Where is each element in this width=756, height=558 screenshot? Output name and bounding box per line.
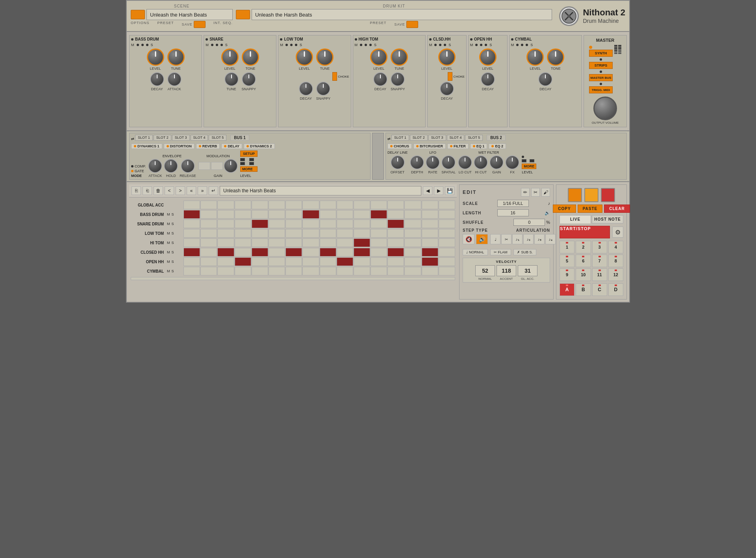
seq-next-btn[interactable]: > — [176, 186, 185, 195]
bus2-swap-icon[interactable]: ⇄ — [387, 137, 391, 141]
snare-tune-knob[interactable] — [224, 72, 239, 86]
lt-cell-4[interactable] — [252, 229, 268, 238]
seq-save-btn[interactable]: 💾 — [445, 186, 454, 195]
ht-cell-12[interactable] — [387, 238, 404, 247]
cy-cell-7[interactable] — [302, 267, 319, 275]
seq-closedhh-s[interactable]: S — [172, 250, 174, 254]
seq-bassdrum-m[interactable]: M — [167, 212, 170, 216]
oh-cell-1[interactable] — [200, 257, 217, 266]
bd-cell-15[interactable] — [439, 210, 455, 219]
seq-paste-btn[interactable]: ⎗ — [143, 186, 152, 195]
lt-cell-1[interactable] — [200, 229, 217, 238]
lt-cell-13[interactable] — [404, 229, 421, 238]
cell-13[interactable] — [404, 201, 421, 209]
lowtom-snappy-knob[interactable] — [316, 82, 330, 96]
lt-cell-0[interactable] — [183, 229, 200, 238]
bitcrusher-chip[interactable]: BITCRUSHER — [413, 143, 446, 149]
oh-cell-7[interactable] — [302, 257, 319, 266]
shuffle-value[interactable]: 0 — [513, 219, 545, 226]
edit-eraser-btn[interactable]: ✂ — [531, 188, 540, 197]
sd-cell-15[interactable] — [439, 219, 455, 228]
num-btn-2[interactable]: 2 — [576, 241, 591, 253]
bd-cell-14[interactable] — [422, 210, 438, 219]
bd-cell-10[interactable] — [354, 210, 370, 219]
sd-cell-1[interactable] — [200, 219, 217, 228]
sd-cell-3[interactable] — [235, 219, 251, 228]
bus1-slot4-tab[interactable]: SLOT 4 — [191, 135, 208, 141]
num-btn-6[interactable]: 6 — [576, 255, 591, 267]
cell-14[interactable] — [422, 201, 438, 209]
subs-btn[interactable]: ✗ SUB S. — [513, 249, 537, 255]
lt-cell-10[interactable] — [354, 229, 370, 238]
ht-cell-1[interactable] — [200, 238, 217, 247]
dynamics2-chip[interactable]: DYNAMICS 2 — [244, 143, 275, 149]
drumkit-save-btn[interactable] — [406, 21, 418, 28]
ht-cell-14[interactable] — [422, 238, 438, 247]
hightom-decay-knob[interactable] — [373, 72, 387, 86]
seq-closedhh-m[interactable]: M — [167, 250, 170, 254]
output-volume-knob[interactable] — [593, 97, 617, 120]
seq-snaredrum-s[interactable]: S — [172, 222, 174, 226]
snare-tone-knob[interactable] — [242, 48, 259, 66]
eq1-chip[interactable]: EQ 1 — [470, 143, 487, 149]
seq-cymbal-m[interactable]: M — [167, 269, 170, 273]
lt-cell-8[interactable] — [320, 229, 336, 238]
oh-cell-6[interactable] — [285, 257, 302, 266]
bd-cell-0[interactable] — [183, 210, 200, 219]
cy-cell-0[interactable] — [183, 267, 200, 275]
ch-cell-4[interactable] — [252, 248, 268, 257]
bassdrum-tune-knob[interactable] — [167, 48, 185, 66]
seq-lowtom-s[interactable]: S — [172, 231, 174, 235]
snare-snappy-knob[interactable] — [242, 72, 256, 86]
cell-12[interactable] — [387, 201, 404, 209]
seq-openhh-s[interactable]: S — [172, 260, 174, 264]
lowtom-tune-knob[interactable] — [316, 48, 334, 66]
cy-cell-15[interactable] — [439, 267, 455, 275]
ht-cell-9[interactable] — [337, 238, 353, 247]
bus2-gain-knob[interactable] — [489, 155, 504, 169]
oh-cell-3[interactable] — [235, 257, 251, 266]
cell-9[interactable] — [337, 201, 353, 209]
drumkit-save-label[interactable]: SAVE — [395, 21, 418, 28]
num-btn-10[interactable]: 10 — [576, 268, 591, 281]
ch-cell-7[interactable] — [302, 248, 319, 257]
lt-cell-5[interactable] — [269, 229, 285, 238]
copy-btn[interactable]: COPY — [553, 205, 576, 213]
oh-cell-0[interactable] — [183, 257, 200, 266]
bassdrum-level-knob[interactable] — [147, 48, 164, 66]
step-mute-btn[interactable]: 🔇 — [463, 234, 474, 244]
closedhh-choke-slider[interactable] — [448, 72, 452, 81]
abcd-btn-b[interactable]: B — [576, 283, 591, 296]
offset-knob[interactable] — [391, 155, 405, 169]
seq-hitom-s[interactable]: S — [172, 241, 174, 245]
ht-cell-10[interactable] — [354, 238, 370, 247]
sd-cell-9[interactable] — [337, 219, 353, 228]
seq-rewind-btn[interactable]: ◀ — [423, 186, 432, 195]
cy-cell-9[interactable] — [337, 267, 353, 275]
filter-chip[interactable]: FILTER — [447, 143, 469, 149]
ch-cell-14[interactable] — [422, 248, 438, 257]
master-bus-btn[interactable]: MASTER BUS — [589, 74, 613, 81]
ht-cell-0[interactable] — [183, 238, 200, 247]
num-btn-1[interactable]: 1 — [560, 241, 574, 253]
ch-cell-12[interactable] — [387, 248, 404, 257]
lowtom-decay-knob[interactable] — [299, 82, 313, 96]
vel-normal-display[interactable]: 52 — [475, 265, 495, 276]
bus1-slot5-tab[interactable]: SLOT 5 — [209, 135, 226, 141]
bd-cell-7[interactable] — [302, 210, 319, 219]
ht-cell-8[interactable] — [320, 238, 336, 247]
bd-cell-5[interactable] — [269, 210, 285, 219]
cy-cell-8[interactable] — [320, 267, 336, 275]
ht-cell-4[interactable] — [252, 238, 268, 247]
color-btn-red[interactable] — [601, 188, 615, 202]
hi-cut-knob[interactable] — [474, 155, 488, 169]
preset-label[interactable]: PRESET — [158, 21, 174, 28]
vel-glacc-display[interactable]: 31 — [518, 265, 537, 276]
seq-openhh-m[interactable]: M — [167, 260, 170, 264]
num-btn-5[interactable]: 5 — [560, 255, 574, 267]
art-4-btn[interactable]: ♪₂ — [523, 234, 534, 244]
int-seq-label[interactable]: INT. SEQ. — [213, 21, 233, 28]
lowtom-level-knob[interactable] — [296, 48, 313, 66]
bd-cell-9[interactable] — [337, 210, 353, 219]
settings-btn[interactable]: ⚙ — [612, 227, 623, 238]
